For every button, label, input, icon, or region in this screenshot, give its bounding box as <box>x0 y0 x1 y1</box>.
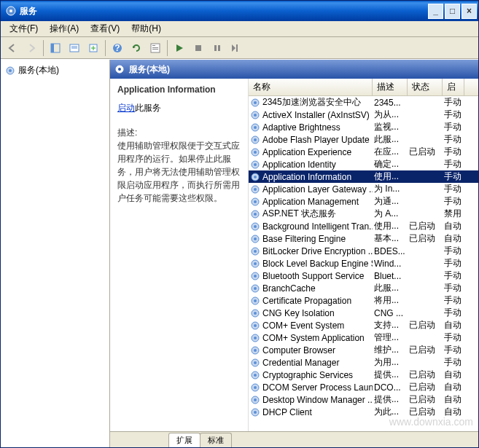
cell-name: Adaptive Brightness <box>249 122 373 133</box>
cell-name: BranchCache <box>249 283 373 294</box>
panel-header: 服务(本地) <box>110 60 478 79</box>
svg-point-39 <box>254 200 257 203</box>
svg-point-47 <box>254 250 257 253</box>
col-startup-header[interactable]: 启 <box>443 79 464 95</box>
gear-icon <box>250 98 260 108</box>
cell-startup: 手动 <box>443 356 464 369</box>
forward-button[interactable] <box>23 39 40 57</box>
table-row[interactable]: Application Layer Gateway ...为 In...手动 <box>249 183 478 195</box>
table-row[interactable]: Desktop Window Manager ...提供...已启动自动 <box>249 393 478 406</box>
table-row[interactable]: Application Identity确定...手动 <box>249 158 478 170</box>
gear-icon <box>250 370 260 380</box>
table-row[interactable]: COM+ Event System支持...已启动自动 <box>249 319 478 331</box>
back-button[interactable] <box>4 39 21 57</box>
cell-status: 已启动 <box>408 406 443 418</box>
svg-point-59 <box>254 324 257 327</box>
table-row[interactable]: BitLocker Drive Encryption ...BDES...手动 <box>249 245 478 257</box>
cell-name: Application Identity <box>249 160 373 170</box>
table-row[interactable]: COM+ System Application管理...手动 <box>249 331 478 344</box>
services-window: 服务 _ □ × 文件(F) 操作(A) 查看(V) 帮助(H) ? 服务(本地… <box>0 0 479 448</box>
tree-root-label: 服务(本地) <box>18 64 59 76</box>
service-name: Certificate Propagation <box>262 296 351 306</box>
cell-desc: 2345... <box>373 98 408 108</box>
start-service-link[interactable]: 启动 <box>117 103 135 113</box>
cell-desc: 支持... <box>373 319 408 331</box>
cell-startup: 自动 <box>443 232 464 245</box>
table-row[interactable]: Bluetooth Support ServiceBluet...手动 <box>249 270 478 282</box>
svg-point-55 <box>254 299 257 302</box>
menu-view[interactable]: 查看(V) <box>85 21 125 36</box>
cell-name: Certificate Propagation <box>249 296 373 306</box>
table-row[interactable]: Application Management为通...手动 <box>249 195 478 208</box>
cell-desc: 提供... <box>373 369 408 381</box>
menu-help[interactable]: 帮助(H) <box>125 21 167 36</box>
pause-service-button[interactable] <box>209 39 226 57</box>
gear-icon <box>250 135 260 145</box>
list-rows: 2345加速浏览器安全中心2345...手动ActiveX Installer … <box>249 96 478 418</box>
table-row[interactable]: BranchCache此服...手动 <box>249 282 478 294</box>
table-row[interactable]: 2345加速浏览器安全中心2345...手动 <box>249 96 478 109</box>
svg-point-1 <box>9 9 12 12</box>
table-row[interactable]: Base Filtering Engine基本...已启动自动 <box>249 232 478 245</box>
gear-icon <box>250 184 260 194</box>
tree-root-item[interactable]: 服务(本地) <box>4 63 106 78</box>
tab-extended[interactable]: 扩展 <box>168 433 200 447</box>
properties-button-2[interactable] <box>147 39 164 57</box>
cell-status: 已启动 <box>408 344 443 356</box>
table-row[interactable]: Adobe Flash Player Update ...此服...手动 <box>249 133 478 146</box>
table-row[interactable]: Certificate Propagation将用...手动 <box>249 294 478 307</box>
app-icon <box>5 5 17 17</box>
start-service-button[interactable] <box>171 39 188 57</box>
cell-startup: 手动 <box>443 331 464 344</box>
maximize-button[interactable]: □ <box>445 4 460 19</box>
service-name: Application Experience <box>262 147 351 157</box>
table-row[interactable]: Application Information使用...手动 <box>249 170 478 183</box>
cell-startup: 手动 <box>443 121 464 133</box>
cell-name: COM+ Event System <box>249 321 373 331</box>
properties-button[interactable] <box>66 39 83 57</box>
table-row[interactable]: DHCP Client为此...已启动自动 <box>249 406 478 418</box>
table-row[interactable]: ActiveX Installer (AxInstSV)为从...手动 <box>249 109 478 121</box>
gear-icon <box>250 259 260 269</box>
service-name: COM+ Event System <box>262 321 344 331</box>
cell-startup: 自动 <box>443 369 464 381</box>
table-row[interactable]: Credential Manager为用...手动 <box>249 356 478 369</box>
minimize-button[interactable]: _ <box>428 4 443 19</box>
title-bar[interactable]: 服务 _ □ × <box>1 1 478 21</box>
service-list[interactable]: 名称 描述 状态 启 2345加速浏览器安全中心2345...手动ActiveX… <box>249 79 478 431</box>
right-pane: 服务(本地) Application Information 启动此服务 描述:… <box>110 60 478 447</box>
close-button[interactable]: × <box>462 4 477 19</box>
table-row[interactable]: CNG Key IsolationCNG ...手动 <box>249 307 478 319</box>
tab-bar: 扩展 标准 <box>110 431 478 447</box>
cell-desc: 使用... <box>373 170 408 183</box>
svg-point-67 <box>254 374 257 377</box>
table-row[interactable]: Block Level Backup Engine S...Wind...手动 <box>249 257 478 270</box>
menu-file[interactable]: 文件(F) <box>4 21 44 36</box>
menu-action[interactable]: 操作(A) <box>44 21 85 36</box>
export-button[interactable] <box>85 39 102 57</box>
cell-desc: 提供... <box>373 393 408 406</box>
col-name-header[interactable]: 名称 <box>249 79 373 95</box>
table-row[interactable]: Adaptive Brightness监视...手动 <box>249 121 478 133</box>
show-hide-tree-button[interactable] <box>47 39 64 57</box>
cell-name: CNG Key Isolation <box>249 308 373 318</box>
table-row[interactable]: Computer Browser维护...已启动手动 <box>249 344 478 356</box>
help-button[interactable]: ? <box>109 39 126 57</box>
svg-point-41 <box>254 213 257 216</box>
svg-point-51 <box>254 275 257 278</box>
service-name-heading: Application Information <box>117 85 241 95</box>
table-row[interactable]: Cryptographic Services提供...已启动自动 <box>249 369 478 381</box>
service-name: Credential Manager <box>262 358 339 368</box>
table-row[interactable]: ASP.NET 状态服务为 A...禁用 <box>249 208 478 220</box>
restart-service-button[interactable] <box>227 39 245 57</box>
col-status-header[interactable]: 状态 <box>408 79 443 95</box>
tab-standard[interactable]: 标准 <box>200 433 232 447</box>
table-row[interactable]: DCOM Server Process Laun...DCO...已启动自动 <box>249 381 478 393</box>
cell-desc: 为此... <box>373 406 408 418</box>
stop-service-button[interactable] <box>190 39 207 57</box>
refresh-button[interactable] <box>128 39 145 57</box>
cell-startup: 自动 <box>443 381 464 393</box>
table-row[interactable]: Application Experience在应...已启动手动 <box>249 146 478 158</box>
table-row[interactable]: Background Intelligent Tran...使用...已启动自动 <box>249 220 478 232</box>
col-desc-header[interactable]: 描述 <box>373 79 408 95</box>
